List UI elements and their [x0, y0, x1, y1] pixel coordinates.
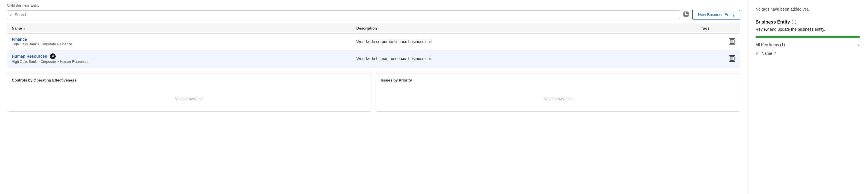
- bottom-panels: Controls by Operating Effectiveness No d…: [7, 73, 740, 111]
- search-icon: ⌕: [10, 12, 12, 17]
- col-header-name: Name ↑: [12, 26, 356, 30]
- issues-panel-title: Issues by Priority: [381, 78, 736, 83]
- business-entity-label: Business Entity: [755, 20, 790, 25]
- svg-rect-4: [732, 57, 733, 61]
- col-header-description: Description: [356, 26, 701, 30]
- badge: 9: [50, 53, 56, 59]
- key-item-row: ✓ Name *: [755, 51, 860, 56]
- check-icon: ✓: [755, 51, 759, 56]
- entity-name-cell: Finance High Oaks Bank > Corporate > Fin…: [12, 37, 356, 46]
- table-row[interactable]: Human Resources 9 High Oaks Bank > Corpo…: [7, 50, 740, 67]
- new-business-entity-button[interactable]: New Business Entity: [692, 10, 740, 20]
- controls-panel: Controls by Operating Effectiveness No d…: [7, 73, 371, 111]
- search-input[interactable]: [14, 12, 677, 17]
- info-icon[interactable]: i: [792, 20, 796, 24]
- entity-name-link[interactable]: Finance: [12, 37, 27, 42]
- table-header: Name ↑ Description Tags: [7, 23, 740, 34]
- rp-section-title: Business Entity i: [755, 20, 860, 25]
- entity-name-cell: Human Resources 9 High Oaks Bank > Corpo…: [12, 53, 356, 64]
- entity-breadcrumb: High Oaks Bank > Corporate > Finance: [12, 42, 356, 46]
- sort-icon[interactable]: ↑: [24, 27, 25, 30]
- key-items-header[interactable]: All Key Items (1) ⌄: [755, 42, 860, 47]
- table-row[interactable]: Finance High Oaks Bank > Corporate > Fin…: [7, 34, 740, 50]
- col-header-tags: Tags: [701, 26, 735, 30]
- entity-tags: [701, 38, 735, 45]
- key-items-label: All Key Items (1): [755, 42, 785, 47]
- right-panel: No tags have been added yet. Business En…: [747, 0, 868, 194]
- progress-bar: [755, 36, 860, 38]
- tag-icon: [729, 55, 735, 62]
- external-link-button[interactable]: [683, 11, 689, 18]
- section-label: Child Business Entity: [0, 0, 747, 10]
- issues-no-data: No data available: [381, 91, 736, 107]
- entity-description: Worldwide human resources business unit: [356, 56, 701, 61]
- chevron-down-icon: ⌄: [857, 43, 860, 47]
- tag-icon: [729, 38, 735, 45]
- controls-no-data: No data available: [12, 91, 367, 107]
- entity-table: Name ↑ Description Tags Finance High Oak…: [7, 23, 740, 67]
- entity-description: Worldwide corporate finance business uni…: [356, 39, 701, 44]
- entity-name-link[interactable]: Human Resources: [12, 54, 47, 59]
- search-box: ⌕: [7, 10, 680, 19]
- search-row: ⌕ New Business Entity: [7, 10, 740, 20]
- entity-tags: [701, 55, 735, 62]
- issues-panel: Issues by Priority No data available: [376, 73, 741, 111]
- rp-description: Review and update the business entity.: [755, 27, 860, 32]
- key-item-name: Name: [762, 51, 772, 56]
- svg-rect-2: [732, 40, 733, 44]
- no-tags-text: No tags have been added yet.: [755, 7, 860, 11]
- entity-breadcrumb: High Oaks Bank > Corporate > Human Resou…: [12, 60, 356, 64]
- controls-panel-title: Controls by Operating Effectiveness: [12, 78, 367, 83]
- progress-bar-fill: [755, 36, 860, 38]
- required-indicator: *: [774, 51, 776, 56]
